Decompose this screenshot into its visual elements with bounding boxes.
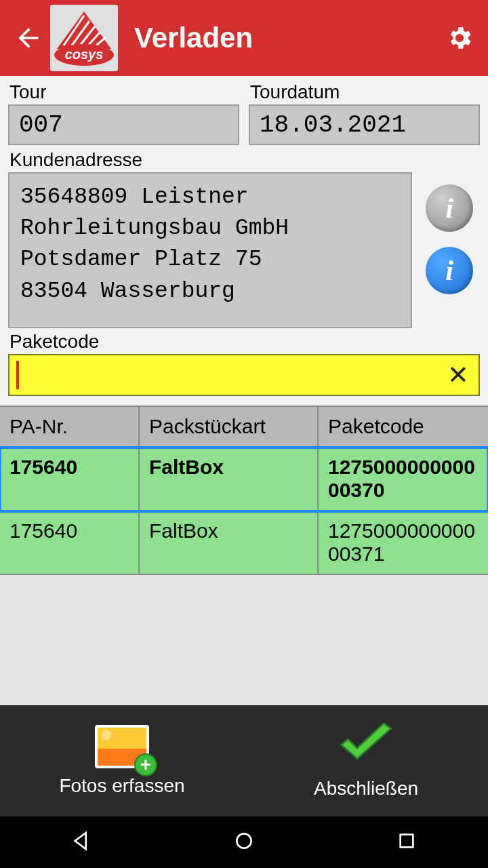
back-button[interactable] xyxy=(12,22,45,54)
tourdatum-value: 18.03.2021 xyxy=(260,111,406,139)
info-grey-button[interactable]: i xyxy=(426,184,473,232)
cell-packstueckart: FaltBox xyxy=(140,511,319,574)
bottom-toolbar: + Fotos erfassen Abschließen xyxy=(0,705,488,816)
address-box[interactable]: 35648809 Leistner Rohrleitungsbau GmbH P… xyxy=(8,172,412,328)
photo-add-icon: + xyxy=(95,725,149,768)
tour-label: Tour xyxy=(8,81,239,103)
table-header: PA-Nr. Packstückart Paketcode xyxy=(0,406,488,448)
form-area: Tour 007 Tourdatum 18.03.2021 Kundenadre… xyxy=(0,76,488,399)
app-bar: cosys Verladen xyxy=(0,0,488,76)
checkmark-icon xyxy=(338,723,394,771)
cell-pa-nr: 175640 xyxy=(0,448,140,510)
nav-back-button[interactable] xyxy=(70,830,92,854)
paketcode-label: Paketcode xyxy=(8,331,480,353)
empty-area xyxy=(0,575,488,705)
paketcode-input[interactable]: ✕ xyxy=(8,354,480,396)
settings-button[interactable] xyxy=(443,22,476,54)
table-row[interactable]: 175640FaltBox127500000000000370 xyxy=(0,448,488,511)
tour-value: 007 xyxy=(19,111,63,139)
svg-point-9 xyxy=(237,833,251,848)
th-paketcode: Paketcode xyxy=(319,407,488,446)
nav-recent-button[interactable] xyxy=(396,830,418,854)
tour-input[interactable]: 007 xyxy=(8,104,239,145)
abschliessen-button[interactable]: Abschließen xyxy=(244,705,488,816)
cell-paketcode: 127500000000000370 xyxy=(319,448,488,510)
page-title: Verladen xyxy=(134,22,443,54)
fotos-label: Fotos erfassen xyxy=(59,775,184,797)
cell-packstueckart: FaltBox xyxy=(140,448,319,510)
th-packstueckart: Packstückart xyxy=(140,407,319,446)
abschliessen-label: Abschließen xyxy=(314,778,418,800)
kundenadresse-label: Kundenadresse xyxy=(8,149,480,171)
text-caret xyxy=(16,361,19,389)
info-blue-button[interactable]: i xyxy=(426,247,473,294)
cell-pa-nr: 175640 xyxy=(0,511,140,574)
app-logo: cosys xyxy=(50,5,118,71)
cell-paketcode: 127500000000000371 xyxy=(319,511,488,574)
fotos-erfassen-button[interactable]: + Fotos erfassen xyxy=(0,705,244,816)
svg-text:cosys: cosys xyxy=(65,47,104,62)
nav-home-button[interactable] xyxy=(233,830,255,854)
svg-rect-10 xyxy=(401,835,413,848)
th-pa-nr: PA-Nr. xyxy=(0,407,140,446)
package-table: PA-Nr. Packstückart Paketcode 175640Falt… xyxy=(0,406,488,575)
android-navbar xyxy=(0,816,488,868)
tourdatum-input[interactable]: 18.03.2021 xyxy=(249,104,480,145)
clear-icon[interactable]: ✕ xyxy=(447,360,469,390)
table-row[interactable]: 175640FaltBox127500000000000371 xyxy=(0,511,488,575)
tourdatum-label: Tourdatum xyxy=(249,81,480,103)
